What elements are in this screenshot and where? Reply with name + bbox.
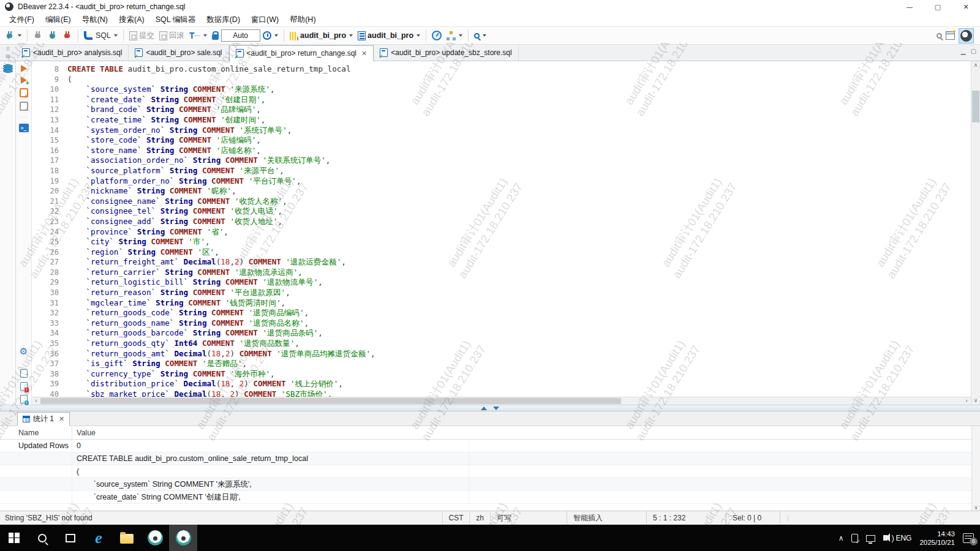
- menu-item[interactable]: 导航(N): [77, 13, 113, 26]
- explain-plan-icon[interactable]: [20, 102, 28, 111]
- stats-row[interactable]: CREATE TABLE audit_bi_pro.custom_online_…: [0, 452, 980, 465]
- script-info-icon[interactable]: [20, 395, 28, 403]
- code-line[interactable]: 30 `return_reason` String COMMENT '平台退款原…: [32, 288, 971, 298]
- editor-tab[interactable]: <audit_bi_pro> return_change.sql✕: [229, 45, 374, 61]
- status-caret-position[interactable]: 5 : 1 : 232: [646, 511, 726, 525]
- code-line[interactable]: 27 `return_freight_amt` Decimal(18,2) CO…: [32, 257, 971, 268]
- code-line[interactable]: 32 `return_goods_code` String COMMENT '退…: [32, 308, 971, 318]
- sash-up-icon[interactable]: [481, 407, 487, 410]
- tab-statistics[interactable]: 统计 1 ✕: [17, 412, 70, 426]
- status-language[interactable]: zh: [469, 511, 490, 525]
- code-line[interactable]: 28 `return_carrier` String COMMENT '退款物流…: [32, 268, 971, 278]
- dbeaver-taskbar-button-active[interactable]: [169, 525, 197, 551]
- commit-button[interactable]: 提交: [127, 29, 157, 42]
- code-line[interactable]: 35 `return_goods_qty` Int64 COMMENT '退货商…: [32, 339, 971, 349]
- editor-tab[interactable]: <audit_bi_pro> sale.sql: [129, 45, 228, 61]
- code-line[interactable]: 21 `consignee_name` String COMMENT '收货人名…: [32, 197, 971, 207]
- hscroll-thumb[interactable]: [40, 398, 621, 404]
- execute-new-tab-icon[interactable]: [21, 77, 27, 84]
- code-line[interactable]: 39 `distribution_price` Decimal(18, 2) C…: [32, 379, 971, 389]
- stats-row[interactable]: Updated Rows0: [0, 440, 980, 452]
- disconnect-button[interactable]: [60, 29, 75, 42]
- editor-tab[interactable]: <audit_bi_pro> analysis.sql: [16, 45, 129, 61]
- internet-explorer-button[interactable]: e: [85, 525, 113, 551]
- taskbar-clock[interactable]: 14:43 2025/10/21: [919, 530, 955, 547]
- code-line[interactable]: 23 `consignee_add` String COMMENT '收货人地址…: [32, 217, 971, 227]
- open-perspective-icon[interactable]: [946, 31, 955, 40]
- menu-item[interactable]: 编辑(E): [40, 13, 77, 26]
- database-selector[interactable]: audit_bi_pro: [355, 30, 423, 42]
- minimize-view-icon[interactable]: ▁: [961, 48, 966, 54]
- maximize-button[interactable]: ▢: [924, 0, 952, 13]
- code-line[interactable]: 26 `region` String COMMENT '区',: [32, 247, 971, 258]
- code-line[interactable]: 17 `association_order_no` String COMMENT…: [32, 156, 971, 166]
- menu-item[interactable]: 窗口(W): [246, 13, 284, 26]
- network-icon[interactable]: [866, 535, 875, 542]
- code-line[interactable]: 29 `return_logistic_bill` String COMMENT…: [32, 277, 971, 288]
- settings-gear-icon[interactable]: ⚙: [20, 347, 28, 356]
- code-line[interactable]: 13 `create_time` String COMMENT '创建时间',: [32, 115, 971, 126]
- sql-console-icon[interactable]: >_: [19, 124, 29, 132]
- code-line[interactable]: 31 `mgclear_time` String COMMENT '钱货两清时间…: [32, 298, 971, 309]
- sash-down-icon[interactable]: [493, 407, 499, 410]
- code-line[interactable]: 36 `return_goods_amt` Decimal(18,2) COMM…: [32, 349, 971, 359]
- stats-row[interactable]: `create_date` String COMMENT '创建日期',: [0, 491, 980, 504]
- code-line[interactable]: 9(: [32, 75, 971, 85]
- code-line[interactable]: 37 `is_gift` String COMMENT '是否赠品',: [32, 359, 971, 369]
- transaction-mode-button[interactable]: T⋯: [187, 29, 209, 42]
- stats-row[interactable]: (: [0, 465, 980, 478]
- export-result-icon[interactable]: [20, 369, 28, 378]
- horizontal-scrollbar[interactable]: ‹ ›: [32, 397, 971, 405]
- code-line[interactable]: 18 `source_platform` String COMMENT '来源平…: [32, 166, 971, 176]
- sql-code-editor[interactable]: 8CREATE TABLE audit_bi_pro.custom_online…: [32, 61, 971, 397]
- task-view-button[interactable]: [56, 525, 85, 551]
- menu-item[interactable]: SQL 编辑器: [150, 13, 202, 26]
- menu-item[interactable]: 文件(F): [4, 13, 40, 26]
- execute-statement-icon[interactable]: [21, 65, 27, 72]
- code-line[interactable]: 10 `source_system` String COMMENT '来源系统'…: [32, 84, 971, 95]
- sql-editor-button[interactable]: SQL: [81, 30, 120, 41]
- tray-expand-icon[interactable]: ∧: [839, 534, 844, 542]
- status-insert-mode[interactable]: 智能插入: [567, 511, 646, 525]
- dashboard-button[interactable]: [429, 29, 444, 42]
- close-icon[interactable]: ✕: [361, 50, 367, 58]
- new-connection-button[interactable]: [2, 29, 24, 42]
- volume-icon[interactable]: [883, 535, 888, 541]
- scroll-down-icon[interactable]: ∨: [972, 504, 980, 511]
- file-explorer-button[interactable]: [113, 525, 141, 551]
- code-line[interactable]: 24 `province` String COMMENT '省',: [32, 227, 971, 238]
- close-icon[interactable]: ✕: [59, 415, 64, 423]
- menu-item[interactable]: 数据库(D): [201, 13, 246, 26]
- script-error-icon[interactable]: [20, 382, 28, 391]
- start-button[interactable]: [0, 525, 28, 551]
- code-line[interactable]: 22 `consignee_tel` String COMMENT '收货人电话…: [32, 206, 971, 217]
- code-line[interactable]: 34 `return_goods_barcode` String COMMENT…: [32, 328, 971, 339]
- code-line[interactable]: 25 `city` String COMMENT '市',: [32, 237, 971, 247]
- code-line[interactable]: 12 `brand_code` String COMMENT '品牌编码',: [32, 105, 971, 115]
- maximize-view-icon[interactable]: ▢: [971, 48, 976, 54]
- vscroll-thumb[interactable]: [972, 91, 979, 122]
- execute-script-icon[interactable]: [20, 88, 28, 97]
- stats-row[interactable]: `source_system` String COMMENT '来源系统',: [0, 478, 980, 491]
- dbeaver-taskbar-button[interactable]: [141, 525, 169, 551]
- database-navigator-icon[interactable]: [3, 64, 13, 73]
- search-button[interactable]: [472, 32, 489, 40]
- schema-compare-button[interactable]: [444, 30, 465, 42]
- transaction-log-button[interactable]: [260, 30, 281, 41]
- action-center-icon[interactable]: 6: [963, 533, 974, 543]
- menu-item[interactable]: 搜索(A): [113, 13, 150, 26]
- scroll-up-icon[interactable]: ∧: [971, 61, 980, 69]
- minimize-button[interactable]: —: [895, 0, 924, 13]
- menu-item[interactable]: 帮助(H): [284, 13, 321, 26]
- connect-button[interactable]: [31, 29, 45, 42]
- reconnect-button[interactable]: [45, 29, 60, 42]
- autocommit-combo[interactable]: Auto: [221, 29, 260, 42]
- code-line[interactable]: 15 `store_code` String COMMENT '店铺编码',: [32, 135, 971, 146]
- taskbar-search-button[interactable]: [28, 525, 56, 551]
- input-language[interactable]: ENG: [895, 534, 911, 542]
- code-line[interactable]: 16 `store_name` String COMMENT '店铺名称',: [32, 146, 971, 156]
- code-line[interactable]: 20 `nickname` String COMMENT '昵称',: [32, 186, 971, 197]
- code-line[interactable]: 38 `currency_type` String COMMENT '海外币种'…: [32, 369, 971, 380]
- rollback-button[interactable]: 回滚: [157, 29, 187, 42]
- lock-button[interactable]: [209, 30, 221, 41]
